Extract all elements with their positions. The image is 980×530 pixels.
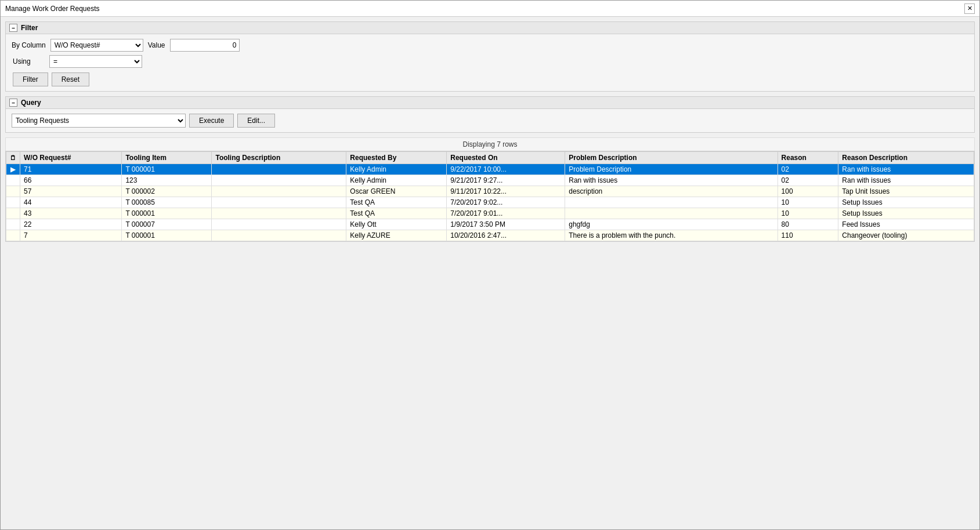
filter-section-header: – Filter [6,22,974,34]
cell-reason-desc: Setup Issues [838,208,974,219]
window-title: Manage Work Order Requests [5,5,100,13]
cell-wo-request: 22 [20,219,122,230]
filter-btn-row: Filter Reset [12,72,968,86]
filter-label: Filter [21,24,38,32]
query-select[interactable]: Tooling Requests [12,114,186,128]
cell-tooling-item: T 000085 [122,197,212,208]
cell-requested-on: 7/20/2017 9:01... [447,208,565,219]
cell-requested-on: 1/9/2017 3:50 PM [447,219,565,230]
cell-tooling-desc [212,164,346,175]
value-label: Value [148,41,165,49]
cell-requested-by: Test QA [346,208,447,219]
cell-wo-request: 7 [20,230,122,241]
filter-section: – Filter By Column W/O Request# Tooling … [5,21,975,92]
cell-wo-request: 66 [20,175,122,186]
query-label: Query [21,99,41,107]
cell-requested-by: Kelly AZURE [346,230,447,241]
title-bar-left: Manage Work Order Requests [5,5,100,13]
col-tooling-item[interactable]: Tooling Item [122,152,212,164]
cell-reason: 10 [778,197,838,208]
col-problem-desc[interactable]: Problem Description [565,152,778,164]
cell-reason: 80 [778,219,838,230]
reset-button[interactable]: Reset [52,72,89,86]
cell-reason-desc: Changeover (tooling) [838,230,974,241]
query-section: – Query Tooling Requests Execute Edit... [5,96,975,133]
cell-wo-request: 44 [20,197,122,208]
cell-requested-on: 9/21/2017 9:27... [447,175,565,186]
cell-wo-request: 57 [20,186,122,197]
table-row[interactable]: ▶71T 000001Kelly Admin9/22/2017 10:00...… [6,164,974,175]
col-requested-on[interactable]: Requested On [447,152,565,164]
row-indicator [6,186,20,197]
cell-problem-desc: Problem Description [565,164,778,175]
main-window: Manage Work Order Requests ✕ – Filter By… [0,0,980,530]
row-indicator [6,197,20,208]
cell-reason: 10 [778,208,838,219]
table-header-row: 🗒 W/O Request# Tooling Item Tooling Desc… [6,152,974,164]
col-tooling-desc[interactable]: Tooling Description [212,152,346,164]
cell-tooling-item: T 000002 [122,186,212,197]
row-indicator [6,219,20,230]
cell-reason-desc: Ran with issues [838,164,974,175]
row-indicator: ▶ [6,164,20,175]
using-select[interactable]: = < > <= >= <> [49,55,142,68]
cell-reason: 110 [778,230,838,241]
query-section-header: – Query [6,97,974,109]
execute-button[interactable]: Execute [189,114,234,128]
cell-reason: 100 [778,186,838,197]
displaying-rows-text: Displaying 7 rows [5,137,975,151]
value-input[interactable] [170,39,240,52]
cell-problem-desc: There is a problem with the punch. [565,230,778,241]
cell-tooling-item: T 000001 [122,164,212,175]
table-icon: 🗒 [10,154,16,161]
title-bar: Manage Work Order Requests ✕ [1,1,979,17]
col-requested-by[interactable]: Requested By [346,152,447,164]
cell-problem-desc: ghgfdg [565,219,778,230]
table-row[interactable]: 66123Kelly Admin9/21/2017 9:27...Ran wit… [6,175,974,186]
cell-problem-desc: Ran with issues [565,175,778,186]
table-row[interactable]: 57T 000002Oscar GREEN9/11/2017 10:22...d… [6,186,974,197]
using-label: Using [13,57,45,66]
table-row[interactable]: 7T 000001Kelly AZURE10/20/2016 2:47...Th… [6,230,974,241]
cell-requested-by: Kelly Admin [346,175,447,186]
data-table: 🗒 W/O Request# Tooling Item Tooling Desc… [6,151,974,241]
edit-button[interactable]: Edit... [237,114,275,128]
cell-requested-by: Oscar GREEN [346,186,447,197]
cell-problem-desc [565,197,778,208]
table-row[interactable]: 44T 000085Test QA7/20/2017 9:02...10Setu… [6,197,974,208]
cell-reason-desc: Setup Issues [838,197,974,208]
table-row[interactable]: 43T 000001Test QA7/20/2017 9:01...10Setu… [6,208,974,219]
close-button[interactable]: ✕ [964,3,975,14]
cell-requested-on: 10/20/2016 2:47... [447,230,565,241]
cell-wo-request: 43 [20,208,122,219]
col-indicator: 🗒 [6,152,20,164]
col-wo-request[interactable]: W/O Request# [20,152,122,164]
query-toggle[interactable]: – [9,99,17,107]
cell-tooling-desc [212,197,346,208]
query-row: Tooling Requests Execute Edit... [12,114,968,128]
cell-requested-on: 9/11/2017 10:22... [447,186,565,197]
query-section-body: Tooling Requests Execute Edit... [6,109,974,132]
row-indicator [6,175,20,186]
cell-tooling-item: T 000007 [122,219,212,230]
cell-reason-desc: Feed Issues [838,219,974,230]
table-row[interactable]: 22T 000007Kelly Ott1/9/2017 3:50 PMghgfd… [6,219,974,230]
cell-tooling-desc [212,175,346,186]
by-column-label: By Column [12,41,46,49]
data-table-container: 🗒 W/O Request# Tooling Item Tooling Desc… [5,151,975,242]
cell-tooling-desc [212,219,346,230]
filter-toggle[interactable]: – [9,24,17,32]
by-column-select[interactable]: W/O Request# Tooling Item Tooling Descri… [50,39,143,52]
cell-requested-on: 7/20/2017 9:02... [447,197,565,208]
col-reason-desc[interactable]: Reason Description [838,152,974,164]
filter-button[interactable]: Filter [13,72,48,86]
filter-section-body: By Column W/O Request# Tooling Item Tool… [6,34,974,91]
main-content: – Filter By Column W/O Request# Tooling … [1,17,979,246]
cell-tooling-item: 123 [122,175,212,186]
row-indicator [6,208,20,219]
cell-wo-request: 71 [20,164,122,175]
cell-requested-on: 9/22/2017 10:00... [447,164,565,175]
cell-tooling-desc [212,230,346,241]
using-row: Using = < > <= >= <> [12,55,968,68]
col-reason[interactable]: Reason [778,152,838,164]
